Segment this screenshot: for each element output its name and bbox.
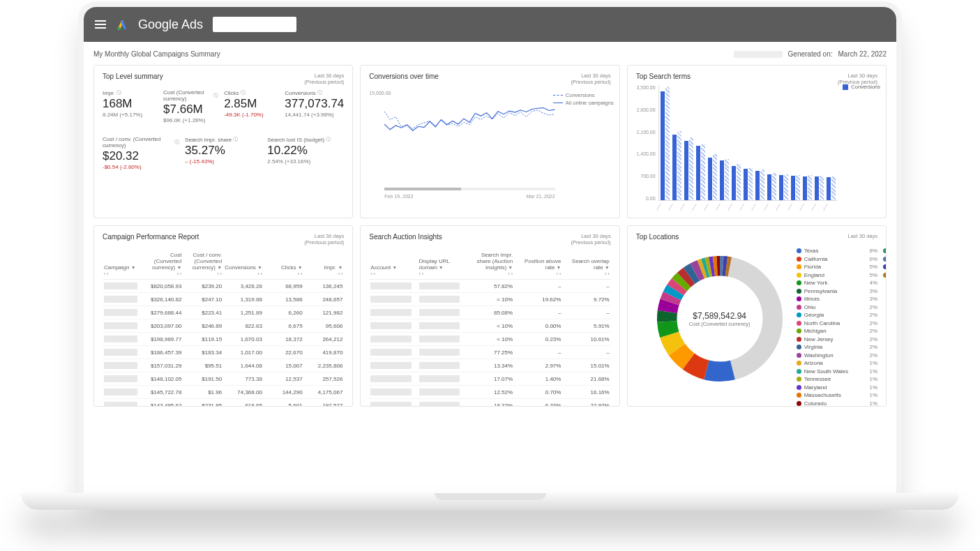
legend-item[interactable]: Pennsylvania3% — [797, 288, 877, 294]
column-header[interactable]: Display URL domain ▼‹ › — [418, 250, 466, 280]
topbar: Google Ads — [84, 7, 896, 42]
table-row[interactable]: 57.82%–– — [369, 280, 610, 293]
table-row[interactable]: 17.07%1.40%21.68% — [369, 372, 610, 386]
legend-item[interactable]: San Francisco Bay Area1% — [883, 256, 887, 262]
bar-pair — [708, 85, 717, 200]
redacted-selector[interactable] — [734, 51, 783, 58]
legend-item[interactable]: Arizona1% — [797, 360, 877, 366]
generated-on-label: Generated on: — [788, 50, 833, 58]
legend-item[interactable]: Florida5% — [797, 264, 877, 270]
table-row[interactable]: $148,102.05$191.50773.3812,537257,526 — [103, 372, 344, 386]
legend-item[interactable]: Indiana1% — [883, 248, 887, 254]
kpi-metric: Search lost IS (budget) 10.22%2.54% (+33… — [267, 136, 344, 170]
table-row[interactable]: 12.52%0.70%16.16% — [369, 386, 610, 399]
column-header[interactable]: Position above rate ▼‹ › — [514, 250, 562, 280]
column-header[interactable]: Search Impr. share (Auction Insights) ▼‹… — [466, 250, 514, 280]
bar-pair — [672, 85, 681, 200]
table-row[interactable]: 85.08%–– — [369, 306, 610, 319]
column-header[interactable]: Conversions ▼‹ › — [223, 250, 264, 280]
table-row[interactable]: 13.34%2.97%15.01% — [369, 359, 610, 372]
column-header[interactable]: Impr. ▼‹ › — [304, 250, 345, 280]
x-axis-start: Feb 19, 2022 — [384, 194, 413, 199]
legend-item[interactable]: California6% — [797, 256, 877, 262]
table-row[interactable]: 77.25%–– — [369, 346, 610, 359]
bar-pair — [661, 85, 670, 200]
table-row[interactable]: $145,722.78$1.9674,368.00144,2904,175,06… — [103, 386, 344, 399]
bar-pair — [755, 85, 764, 200]
card-top-level-summary: Top Level summary Last 30 days(Previous … — [93, 65, 353, 218]
table-row[interactable]: < 10%19.62%9.72% — [369, 293, 610, 306]
kpi-metric: Cost (Converted currency) $7.66M$96.0K (… — [163, 89, 218, 123]
bar-legend: Conversions — [843, 84, 880, 90]
column-header[interactable]: Campaign ▼‹ › — [103, 250, 143, 280]
donut-center-value: $7,589,542.94 — [693, 311, 746, 321]
info-icon[interactable] — [116, 89, 121, 96]
legend-item[interactable]: Michigan2% — [797, 328, 877, 334]
legend-item[interactable]: Georgia2% — [797, 312, 877, 318]
svg-point-0 — [117, 27, 121, 31]
legend-item[interactable]: New Jersey2% — [797, 336, 877, 342]
table-row[interactable]: $157,031.29$95.511,644.0815,0072,235,806 — [103, 359, 344, 372]
info-icon[interactable] — [326, 136, 331, 143]
card-conversions-over-time: Conversions over time Last 30 days(Previ… — [360, 65, 619, 218]
kpi-metric: Search impr. share 35.27%– (-15.43%) — [185, 136, 262, 170]
card-top-locations: Top Locations Last 30 days $7,589,542.94… — [627, 225, 887, 407]
legend-item[interactable]: North Carolina2% — [797, 320, 877, 326]
legend-item[interactable]: New South Wales1% — [797, 368, 877, 375]
table-row[interactable]: < 10%0.23%10.61% — [369, 333, 610, 346]
card-title: Top Level summary — [103, 73, 163, 80]
table-row[interactable]: $326,140.82$247.101,319.8813,586248,657 — [103, 293, 344, 306]
table-row[interactable]: $203,097.00$246.89822.636,67595,606 — [103, 319, 344, 333]
card-auction-insights: Search Auction Insights Last 30 days(Pre… — [360, 225, 619, 407]
search-input[interactable] — [213, 17, 296, 32]
table-row[interactable]: $820,058.93$239.203,428.2868,959136,245 — [103, 280, 344, 293]
card-title: Conversions over time — [369, 73, 438, 80]
legend-item[interactable]: Illinois3% — [797, 296, 877, 302]
table-row[interactable]: $186,457.39$183.341,017.0022,670419,870 — [103, 346, 344, 359]
bar-pair — [767, 85, 776, 200]
legend-item[interactable]: Ohio2% — [797, 304, 877, 310]
bar-pair — [827, 85, 836, 200]
column-header[interactable]: Cost (Converted currency) ▼‹ › — [143, 250, 183, 280]
bar-pair — [815, 85, 824, 200]
menu-icon[interactable] — [95, 20, 106, 29]
bar-pair — [779, 85, 788, 200]
bar-pair — [744, 85, 753, 200]
column-header[interactable]: Search overlap rate ▼‹ › — [562, 250, 610, 280]
line-legend: Conversions All online campaigns — [553, 92, 614, 107]
x-axis-end: Mar 21, 2022 — [526, 194, 555, 199]
kpi-metric: Impr. 168M8.24M (+5.17%) — [103, 89, 158, 123]
info-icon[interactable] — [241, 89, 246, 96]
column-header[interactable]: Clicks ▼‹ › — [264, 250, 304, 280]
legend-item[interactable]: Washington2% — [797, 352, 877, 358]
legend-item[interactable]: Tennessee1% — [797, 376, 877, 382]
legend-item[interactable]: Victoria1% — [883, 272, 887, 278]
table-row[interactable]: < 10%0.00%5.91% — [369, 319, 610, 333]
card-title: Top Search terms — [636, 73, 691, 80]
column-header[interactable]: Cost / conv. (Converted currency) ▼‹ › — [183, 250, 223, 280]
table-row[interactable]: $279,688.44$223.411,251.896,260121,982 — [103, 306, 344, 319]
legend-item[interactable]: Virginia2% — [797, 344, 877, 350]
column-header[interactable]: Account ▼‹ › — [369, 250, 417, 280]
legend-item[interactable]: England5% — [797, 272, 877, 278]
table-row[interactable]: 18.32%6.33%22.97% — [369, 399, 610, 407]
page-title: My Monthly Global Campaigns Summary — [93, 50, 220, 58]
legend-item[interactable]: Maryland1% — [797, 384, 877, 391]
card-top-search-terms: Top Search terms Last 30 days(Previous p… — [627, 65, 887, 218]
legend-item[interactable]: Missouri1% — [883, 264, 887, 270]
app-frame: Google Ads My Monthly Global Campaigns S… — [84, 7, 896, 495]
legend-item[interactable]: New York4% — [797, 280, 877, 286]
legend-item[interactable]: Massachusetts1% — [797, 392, 877, 398]
info-icon[interactable] — [233, 136, 238, 143]
info-icon[interactable] — [213, 92, 218, 99]
kpi-metric: Conversions 377,073.7414,441.74 (+3.98%) — [285, 89, 344, 123]
legend-item[interactable]: Colorado1% — [797, 400, 877, 407]
info-icon[interactable] — [317, 89, 322, 96]
page-body: My Monthly Global Campaigns Summary Gene… — [84, 42, 896, 495]
legend-item[interactable]: Texas8% — [797, 248, 877, 254]
table-row[interactable]: $143,495.62$231.95618.655,601197,527 — [103, 399, 344, 407]
table-row[interactable]: $198,989.77$119.151,670.0318,372264,212 — [103, 333, 344, 346]
info-icon[interactable] — [174, 139, 179, 146]
kpi-metric: Cost / conv. (Converted currency) $20.32… — [103, 136, 179, 170]
time-scrubber[interactable] — [384, 188, 555, 190]
